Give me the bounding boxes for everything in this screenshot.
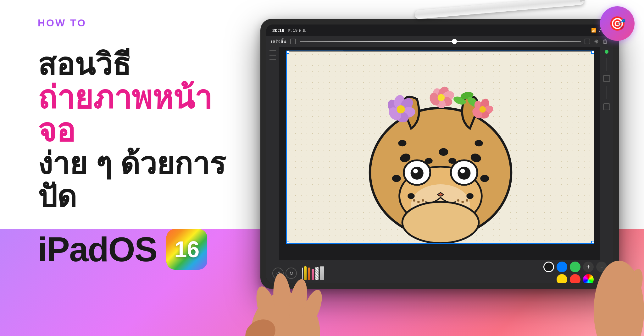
svg-point-22: [475, 140, 483, 147]
svg-point-23: [439, 148, 448, 156]
sidebar-divider2: [269, 55, 276, 56]
selection-handle-tl[interactable]: [286, 51, 289, 54]
hand-left: [242, 239, 330, 336]
svg-point-12: [457, 199, 459, 202]
logo-circle[interactable]: 🎯: [600, 6, 635, 41]
svg-point-49: [479, 106, 486, 113]
toolbar-checkbox[interactable]: [290, 39, 296, 44]
sidebar-rect1[interactable]: [603, 75, 610, 82]
svg-point-11: [413, 199, 415, 202]
right-sidebar: [600, 47, 613, 260]
svg-point-8: [460, 169, 465, 173]
svg-point-14: [466, 199, 468, 202]
title-line2: ถ่ายภาพหน้าจอ: [38, 81, 226, 147]
sidebar-divider: [269, 50, 276, 51]
color-green[interactable]: [570, 262, 580, 272]
toolbar-icons-right: ⊕ 🗑: [594, 38, 608, 45]
svg-point-9: [422, 199, 424, 202]
color-blue[interactable]: [557, 262, 567, 272]
status-bar: 20:19 ส. 19 พ.ย. 📶 77%: [266, 24, 613, 36]
how-to-label: HOW TO: [38, 17, 226, 29]
toolbar-slider[interactable]: [300, 41, 581, 42]
ios16-number: 16: [174, 238, 199, 261]
pencil-tip: [580, 0, 586, 3]
ipados-row: iPadOS 16: [38, 229, 226, 270]
status-date: ส. 19 พ.ย.: [288, 27, 306, 34]
svg-point-6: [458, 167, 470, 180]
svg-point-40: [437, 94, 444, 101]
trash-icon[interactable]: 🗑: [602, 38, 608, 45]
apple-pencil: [414, 0, 584, 19]
svg-point-7: [413, 169, 418, 173]
sidebar-divider3: [269, 59, 276, 60]
left-content-panel: HOW TO สอนวิธี ถ่ายภาพหน้าจอ ง่าย ๆ ด้วย…: [0, 0, 245, 336]
wifi-icon: 📶: [591, 28, 596, 33]
logo-icon: 🎯: [609, 17, 626, 30]
svg-point-18: [480, 175, 489, 182]
selection-handle-br[interactable]: [591, 241, 594, 244]
toolbar-done-label[interactable]: เสร็จสิ้น: [271, 38, 286, 45]
artwork-canvas: [287, 51, 594, 243]
title-line1: สอนวิธี: [38, 48, 226, 81]
svg-point-19: [408, 193, 414, 199]
ios16-icon: 16: [166, 229, 207, 270]
toolbar-checkbox2[interactable]: [585, 39, 590, 44]
svg-point-13: [461, 201, 464, 203]
svg-point-24: [425, 158, 432, 164]
left-sidebar: [266, 47, 279, 260]
svg-point-25: [448, 158, 456, 164]
sidebar-line: [607, 58, 607, 71]
compass-icon[interactable]: ⊕: [594, 38, 599, 45]
status-time: 20:19: [272, 28, 284, 33]
svg-point-50: [402, 202, 479, 243]
color-black[interactable]: [543, 262, 554, 272]
sidebar-color-dot[interactable]: [605, 50, 608, 54]
svg-point-10: [417, 201, 419, 203]
ipados-text: iPadOS: [38, 229, 157, 269]
svg-point-20: [466, 193, 473, 199]
sidebar-line2: [607, 86, 607, 99]
right-content-panel: 20:19 ส. 19 พ.ย. 📶 77% เสร็จสิ้น ⊕: [229, 0, 644, 336]
svg-point-17: [392, 175, 401, 182]
sidebar-rect2[interactable]: [603, 103, 610, 110]
svg-point-5: [410, 167, 423, 180]
leopard-illustration: [349, 61, 532, 243]
selection-handle-tr[interactable]: [591, 51, 594, 54]
color-yellow[interactable]: [557, 274, 567, 283]
app-toolbar: เสร็จสิ้น ⊕ 🗑: [266, 36, 613, 47]
canvas-area: แกลเลอรี่ ✏️ 🖌️ ✂️ 〜 ╱: [266, 47, 613, 260]
hand-right: [587, 248, 644, 336]
title-line3: ง่าย ๆ ด้วยการปัด: [38, 147, 226, 213]
svg-point-21: [398, 140, 406, 147]
canvas-content[interactable]: แกลเลอรี่ ✏️ 🖌️ ✂️ 〜 ╱: [279, 47, 600, 260]
color-red[interactable]: [570, 274, 580, 283]
svg-point-33: [397, 105, 405, 113]
